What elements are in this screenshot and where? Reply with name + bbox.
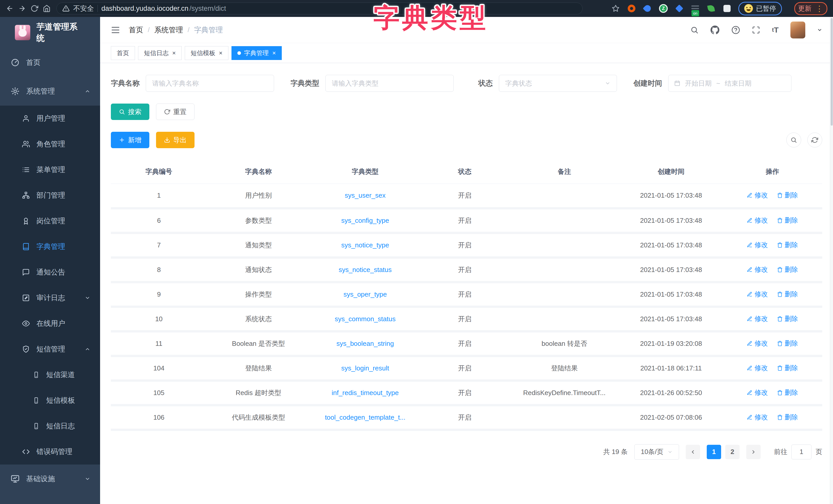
edit-button[interactable]: 修改 (747, 265, 768, 274)
sidebar-item-短信日志[interactable]: 短信日志 (0, 413, 100, 439)
sidebar-item-角色管理[interactable]: 角色管理 (0, 131, 100, 157)
delete-button[interactable]: 删除 (777, 191, 798, 200)
tab-close-icon[interactable]: × (172, 50, 176, 56)
extension-donut-icon[interactable] (627, 4, 636, 13)
font-size-icon[interactable]: tT (772, 26, 779, 34)
address-bar[interactable]: 不安全 dashboard.yudao.iocoder.cn/system/di… (56, 3, 582, 14)
dict-type-link[interactable]: tool_codegen_template_t... (325, 413, 405, 421)
tab-close-icon[interactable]: × (272, 50, 276, 56)
show-search-toggle-button[interactable] (786, 132, 801, 147)
github-icon[interactable] (710, 25, 719, 34)
browser-home-icon[interactable] (41, 2, 53, 15)
user-avatar[interactable] (790, 22, 805, 39)
sidebar-item-错误码管理[interactable]: 错误码管理 (0, 439, 100, 464)
fullscreen-icon[interactable] (752, 26, 760, 34)
edit-button[interactable]: 修改 (747, 388, 768, 397)
dict-type-input[interactable] (326, 75, 454, 92)
sidebar-item-在线用户[interactable]: 在线用户 (0, 311, 100, 336)
next-page-button[interactable] (746, 445, 761, 459)
help-icon[interactable] (731, 26, 740, 34)
edit-button[interactable]: 修改 (747, 339, 768, 348)
browser-back-icon[interactable] (4, 2, 16, 15)
delete-button[interactable]: 删除 (777, 290, 798, 299)
extension-leaf-icon[interactable] (707, 4, 716, 13)
export-button[interactable]: 导出 (156, 132, 194, 148)
date-range-picker[interactable]: 开始日期 ~ 结束日期 (668, 75, 791, 92)
tab-短信模板[interactable]: 短信模板× (185, 46, 229, 60)
dict-type-link[interactable]: sys_common_status (335, 315, 396, 323)
dict-type-link[interactable]: sys_notice_type (341, 241, 389, 249)
reset-button[interactable]: 重置 (156, 104, 194, 120)
bookmark-star-icon[interactable] (611, 4, 620, 13)
edit-button[interactable]: 修改 (747, 290, 768, 299)
status-select[interactable]: 字典状态 (499, 75, 617, 92)
hamburger-icon[interactable] (111, 25, 120, 34)
edit-button[interactable]: 修改 (747, 191, 768, 200)
extension-green-circle-icon[interactable]: Z (659, 4, 668, 13)
refresh-table-button[interactable] (807, 132, 822, 147)
delete-button[interactable]: 删除 (777, 241, 798, 249)
tab-字典管理[interactable]: 字典管理× (232, 46, 282, 60)
sidebar-item-短信渠道[interactable]: 短信渠道 (0, 362, 100, 387)
delete-button[interactable]: 删除 (777, 388, 798, 397)
delete-button[interactable]: 删除 (777, 363, 798, 373)
browser-reload-icon[interactable] (28, 2, 41, 15)
edit-button[interactable]: 修改 (747, 314, 768, 323)
delete-button[interactable]: 删除 (777, 314, 798, 323)
page-button-1[interactable]: 1 (707, 445, 721, 459)
goto-page-input[interactable] (791, 445, 811, 459)
extension-list-icon[interactable]: on (691, 4, 700, 13)
sidebar-item-短信模板[interactable]: 短信模板 (0, 387, 100, 413)
sidebar-item-首页[interactable]: 首页 (0, 48, 100, 77)
sidebar-item-短信管理[interactable]: 短信管理 (0, 336, 100, 362)
edit-button[interactable]: 修改 (747, 413, 768, 422)
extension-drop-icon[interactable] (643, 4, 652, 13)
sidebar-item-通知公告[interactable]: 通知公告 (0, 259, 100, 285)
breadcrumb-item[interactable]: 首页 (129, 25, 143, 35)
delete-button[interactable]: 删除 (777, 413, 798, 422)
sidebar-item-菜单管理[interactable]: 菜单管理 (0, 157, 100, 182)
sidebar-item-字典管理[interactable]: 字典管理 (0, 234, 100, 259)
extension-puzzle-icon[interactable] (722, 4, 732, 13)
avatar-caret-down-icon[interactable] (817, 27, 822, 32)
browser-update-button[interactable]: 更新 ⋮ (794, 2, 827, 15)
edit-button[interactable]: 修改 (747, 216, 768, 225)
browser-forward-icon[interactable] (16, 2, 28, 15)
edit-button[interactable]: 修改 (747, 241, 768, 249)
cell-dict-id: 106 (111, 405, 207, 430)
sidebar-item-用户管理[interactable]: 用户管理 (0, 106, 100, 131)
delete-button[interactable]: 删除 (777, 265, 798, 274)
sidebar-item-岗位管理[interactable]: 岗位管理 (0, 208, 100, 234)
dict-type-link[interactable]: sys_login_result (341, 364, 389, 372)
dict-type-link[interactable]: sys_notice_status (339, 266, 392, 274)
dict-name-input[interactable] (146, 75, 274, 92)
page-size-select[interactable]: 10条/页 (634, 444, 679, 460)
dict-type-link[interactable]: sys_config_type (341, 217, 389, 224)
page-button-2[interactable]: 2 (725, 445, 740, 459)
sidebar-item-部门管理[interactable]: 部门管理 (0, 182, 100, 208)
column-header-创建时间: 创建时间 (619, 160, 723, 183)
edit-button[interactable]: 修改 (747, 363, 768, 373)
prev-page-button[interactable] (686, 445, 700, 459)
tab-close-icon[interactable]: × (219, 50, 222, 56)
delete-button[interactable]: 删除 (777, 339, 798, 348)
dict-type-link[interactable]: sys_oper_type (343, 291, 387, 298)
search-icon[interactable] (690, 26, 698, 34)
breadcrumb-item[interactable]: 系统管理 (154, 25, 183, 35)
sidebar-item-系统管理[interactable]: 系统管理 (0, 77, 100, 106)
sidebar-item-基础设施[interactable]: 基础设施 (0, 464, 100, 493)
dict-type-link[interactable]: inf_redis_timeout_type (332, 389, 399, 397)
delete-button[interactable]: 删除 (777, 216, 798, 225)
add-button[interactable]: 新增 (111, 132, 149, 148)
tab-首页[interactable]: 首页 (111, 46, 135, 60)
recorder-paused-pill[interactable]: 已暂停 (738, 2, 782, 16)
extension-diamond-icon[interactable] (675, 4, 684, 13)
sidebar-item-审计日志[interactable]: 审计日志 (0, 285, 100, 311)
dict-type-link[interactable]: sys_boolean_string (336, 340, 394, 347)
page-scrollbar[interactable] (830, 17, 833, 504)
search-button[interactable]: 搜索 (111, 104, 149, 120)
scrollbar-thumb[interactable] (831, 18, 833, 126)
tab-短信日志[interactable]: 短信日志× (138, 46, 182, 60)
kebab-menu-icon[interactable]: ⋮ (815, 4, 824, 13)
dict-type-link[interactable]: sys_user_sex (345, 192, 386, 199)
